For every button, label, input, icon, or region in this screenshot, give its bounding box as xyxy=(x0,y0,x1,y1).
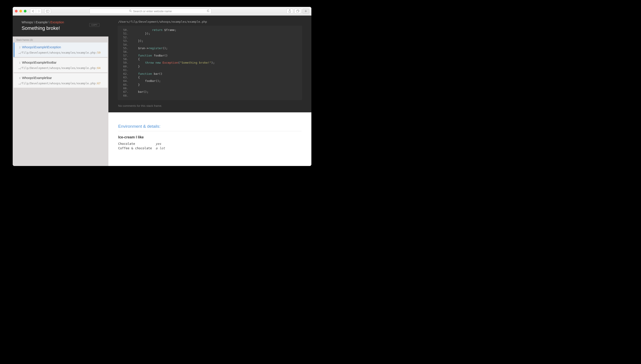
maximize-window-button[interactable] xyxy=(24,10,26,12)
frame-path: …/filp/Development/whoops/examples/examp… xyxy=(18,66,104,70)
chevron-right-icon xyxy=(38,10,40,12)
details-table: ChocolateyesCoffee & chocolatea lot xyxy=(118,142,302,150)
details-value: a lot xyxy=(156,146,165,150)
share-button[interactable] xyxy=(286,9,293,14)
sidebar-toggle-button[interactable] xyxy=(44,9,51,14)
exception-message: Something broke! xyxy=(22,25,100,31)
code-line: 64. fooBar(); xyxy=(121,79,299,83)
file-path: /Users/filp/Development/whoops/examples/… xyxy=(108,16,311,26)
reload-icon[interactable] xyxy=(207,10,210,13)
code-line: 66. xyxy=(121,86,299,90)
nav-group xyxy=(30,8,42,14)
code-line: 57. function fooBar() xyxy=(121,54,299,58)
frame-number: 1 xyxy=(18,62,21,64)
stack-frame[interactable]: 2Whoops\Example\Exception…/filp/Developm… xyxy=(14,42,108,57)
exception-namespace-text: Whoops \ Example \ xyxy=(22,20,50,24)
code-line: 50. return $frame; xyxy=(121,28,299,32)
frames-list: 2Whoops\Example\Exception…/filp/Developm… xyxy=(13,42,108,88)
code-block: 50. return $frame;51. });52.53. });54.55… xyxy=(118,26,302,100)
svg-rect-5 xyxy=(296,10,298,12)
address-bar[interactable]: Search or enter website name xyxy=(90,8,212,14)
code-line: 56. xyxy=(121,50,299,54)
back-button[interactable] xyxy=(30,9,36,14)
code-line: 63. { xyxy=(121,76,299,79)
share-icon xyxy=(288,10,291,13)
toolbar-right xyxy=(286,9,309,14)
details-value: yes xyxy=(156,142,161,146)
code-line: 68. xyxy=(121,94,299,98)
exception-namespace: Whoops \ Example \ Exception xyxy=(22,20,100,24)
code-line: 55. $run->register(); xyxy=(121,46,299,50)
code-line: 62. function bar() xyxy=(121,72,299,76)
exception-class: Exception xyxy=(50,20,64,24)
code-line: 53. }); xyxy=(121,39,299,43)
frame-path: …/filp/Development/whoops/examples/examp… xyxy=(18,51,104,54)
details-row: Coffee & chocolatea lot xyxy=(118,146,302,150)
frame-title: Whoops\Example\Exception xyxy=(22,46,61,49)
details-heading: Environment & details: xyxy=(118,124,302,131)
search-icon xyxy=(129,10,132,13)
sidebar-icon xyxy=(46,10,49,12)
frame-title: Whoops\Example\bar xyxy=(22,76,52,80)
stack-frames-label: Stack frames (3): xyxy=(13,36,108,42)
close-window-button[interactable] xyxy=(15,10,18,12)
chevron-left-icon xyxy=(32,10,34,12)
plus-icon xyxy=(304,10,307,12)
right-panel[interactable]: /Users/filp/Development/whoops/examples/… xyxy=(108,16,311,166)
minimize-window-button[interactable] xyxy=(19,10,22,12)
frame-number: 0 xyxy=(18,77,21,80)
code-line: 58. { xyxy=(121,58,299,61)
content: Whoops \ Example \ Exception Something b… xyxy=(13,16,311,166)
new-tab-button[interactable] xyxy=(302,9,309,14)
details-sub-heading: Ice-cream I like xyxy=(118,135,302,139)
address-placeholder: Search or enter website name xyxy=(133,10,172,13)
tabs-button[interactable] xyxy=(294,9,301,14)
left-panel: Whoops \ Example \ Exception Something b… xyxy=(13,16,108,166)
browser-window: Search or enter website name Whoops \ Ex… xyxy=(13,7,311,166)
details-section: Environment & details: Ice-cream I like … xyxy=(108,112,311,166)
tabs-icon xyxy=(296,10,299,12)
code-line: 54. xyxy=(121,43,299,46)
frame-number: 2 xyxy=(18,46,21,49)
forward-button[interactable] xyxy=(36,9,42,14)
svg-point-2 xyxy=(129,10,131,11)
code-line: 59. throw new Exception("Something broke… xyxy=(121,61,299,64)
code-line: 52. xyxy=(121,36,299,39)
copy-button[interactable]: COPY xyxy=(89,23,100,27)
code-line: 51. }); xyxy=(121,32,299,36)
traffic-lights xyxy=(15,10,26,12)
svg-line-3 xyxy=(131,11,132,12)
details-key: Coffee & chocolate xyxy=(118,146,156,150)
details-key: Chocolate xyxy=(118,142,156,146)
no-comments: No comments for this stack frame. xyxy=(108,103,311,112)
svg-rect-0 xyxy=(46,10,49,12)
exception-header: Whoops \ Example \ Exception Something b… xyxy=(13,16,108,36)
frame-path: …/filp/Development/whoops/examples/examp… xyxy=(18,82,104,85)
code-line: 60. } xyxy=(121,65,299,68)
frame-title: Whoops\Example\fooBar xyxy=(22,61,56,64)
code-line: 61. xyxy=(121,68,299,72)
stack-frame[interactable]: 0Whoops\Example\bar…/filp/Development/wh… xyxy=(14,73,108,88)
code-line: 65. } xyxy=(121,83,299,86)
code-line: 67. bar(); xyxy=(121,90,299,94)
stack-frame[interactable]: 1Whoops\Example\fooBar…/filp/Development… xyxy=(14,58,108,72)
titlebar: Search or enter website name xyxy=(13,7,311,16)
details-row: Chocolateyes xyxy=(118,142,302,146)
